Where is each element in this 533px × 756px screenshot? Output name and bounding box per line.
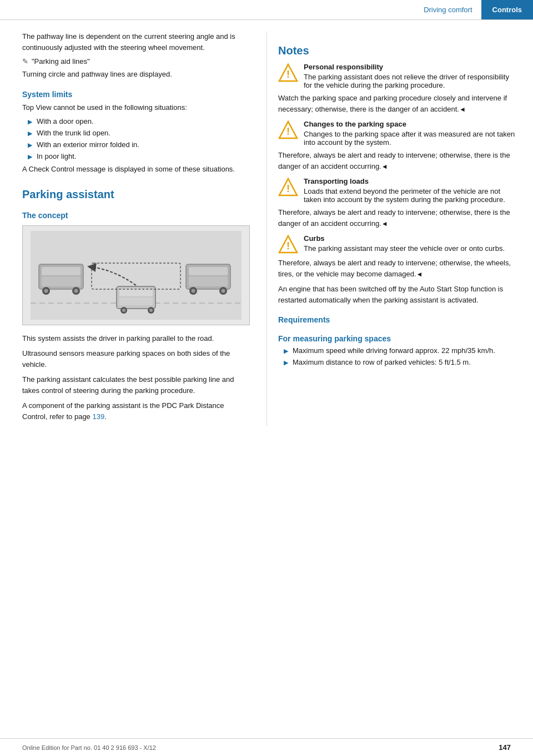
bullet-arrow-icon: ▶ <box>284 359 288 366</box>
header-driving-comfort: Driving comfort <box>415 6 481 14</box>
warning-parking-space-changes: ! Changes to the parking space Changes t… <box>278 120 516 147</box>
warning-extra-1: Therefore, always be alert and ready to … <box>278 150 516 172</box>
svg-text:!: ! <box>286 126 290 137</box>
list-item: ▶ In poor light. <box>22 152 250 160</box>
svg-rect-4 <box>42 276 81 286</box>
warning-triangle-icon-4: ! <box>278 234 298 254</box>
warning-extra-0: Watch the parking space and parking proc… <box>278 93 516 114</box>
warning-content-2: Changes to the parking space Changes to … <box>304 120 516 147</box>
pdc-prefix: A component of the parking assistant is … <box>22 401 224 421</box>
end-marker-3: ◄ <box>416 270 423 278</box>
bullet-arrow-icon: ▶ <box>28 130 32 137</box>
pdc-suffix: . <box>104 412 107 421</box>
warning-transporting-loads: ! Transporting loads Loads that extend b… <box>278 177 516 204</box>
bullet-text: With an exterior mirror folded in. <box>37 140 139 149</box>
end-marker-2: ◄ <box>381 220 388 228</box>
the-concept-heading: The concept <box>22 211 250 220</box>
warning-triangle-icon-2: ! <box>278 120 298 140</box>
footer-text: Online Edition for Part no. 01 40 2 916 … <box>22 744 156 751</box>
list-item: ▶ Maximum speed while driving forward ap… <box>278 346 516 355</box>
menu-item-line: ✎ "Parking aid lines" <box>22 57 250 65</box>
turning-circle-text: Turning circle and pathway lines are dis… <box>22 69 250 80</box>
list-item: ▶ With an exterior mirror folded in. <box>22 140 250 149</box>
page-number: 147 <box>499 743 511 752</box>
warning-body: The parking assistant does not relieve t… <box>304 73 509 89</box>
svg-rect-11 <box>189 276 228 286</box>
warning-triangle-icon-3: ! <box>278 177 298 197</box>
warning-title: Personal responsibility <box>304 63 516 71</box>
warning-body-3: Loads that extend beyond the perimeter o… <box>304 187 505 204</box>
header-controls: Controls <box>481 0 533 19</box>
check-control-msg: A Check Control message is displayed in … <box>22 164 250 175</box>
measuring-bullet-list: ▶ Maximum speed while driving forward ap… <box>278 346 516 366</box>
for-measuring-heading: For measuring parking spaces <box>278 334 516 343</box>
svg-point-20 <box>122 309 125 312</box>
requirements-heading: Requirements <box>278 315 516 324</box>
list-item: ▶ Maximum distance to row of parked vehi… <box>278 358 516 366</box>
bullet-text: With the trunk lid open. <box>37 129 110 137</box>
svg-text:!: ! <box>286 240 290 251</box>
warning-title-4: Curbs <box>304 234 505 243</box>
pdc-link[interactable]: 139 <box>92 412 104 421</box>
parking-assistant-image <box>22 225 250 325</box>
warning-personal-responsibility: ! Personal responsibility The parking as… <box>278 63 516 89</box>
right-column: Notes ! Personal responsibility The park… <box>266 31 533 426</box>
end-marker-0: ◄ <box>459 105 466 113</box>
warning-body-4: The parking assistant may steer the vehi… <box>304 244 505 253</box>
system-assists-text: This system assists the driver in parkin… <box>22 333 250 344</box>
list-item: ▶ With a door open. <box>22 117 250 125</box>
system-limits-heading: System limits <box>22 90 250 99</box>
bullet-arrow-icon: ▶ <box>28 142 32 149</box>
pdc-component-text: A component of the parking assistant is … <box>22 400 250 422</box>
bullet-list: ▶ With a door open. ▶ With the trunk lid… <box>22 117 250 160</box>
parking-assistant-heading: Parking assistant <box>22 188 250 201</box>
bullet-arrow-icon: ▶ <box>28 118 32 125</box>
svg-point-22 <box>149 309 153 312</box>
ultrasound-text: Ultrasound sensors measure parking space… <box>22 348 250 370</box>
page-footer: Online Edition for Part no. 01 40 2 916 … <box>0 738 533 756</box>
svg-point-6 <box>44 289 48 293</box>
svg-rect-17 <box>119 289 153 296</box>
bullet-arrow-icon: ▶ <box>28 153 32 160</box>
warning-curbs: ! Curbs The parking assistant may steer … <box>278 234 516 254</box>
list-item: ▶ With the trunk lid open. <box>22 129 250 137</box>
warning-content-3: Transporting loads Loads that extend bey… <box>304 177 516 204</box>
svg-text:!: ! <box>286 69 290 80</box>
warning-title-2: Changes to the parking space <box>304 120 516 128</box>
warning-extra-3: Therefore, always be alert and ready to … <box>278 258 516 279</box>
bullet-text: Maximum speed while driving forward appr… <box>293 346 495 355</box>
warning-content: Personal responsibility The parking assi… <box>304 63 516 89</box>
svg-rect-10 <box>189 267 228 275</box>
warning-title-3: Transporting loads <box>304 177 516 185</box>
calculates-text: The parking assistant calculates the bes… <box>22 374 250 396</box>
svg-point-15 <box>222 289 225 293</box>
notes-heading: Notes <box>278 44 516 57</box>
svg-text:!: ! <box>286 183 290 194</box>
svg-point-8 <box>74 289 78 293</box>
menu-item-label: "Parking aid lines" <box>32 57 90 65</box>
system-limits-intro: Top View cannot be used in the following… <box>22 102 250 113</box>
engine-text: An engine that has been switched off by … <box>278 284 516 305</box>
end-marker-1: ◄ <box>381 163 388 170</box>
warning-triangle-icon: ! <box>278 63 298 83</box>
svg-rect-18 <box>119 298 153 305</box>
bullet-text: In poor light. <box>37 152 77 160</box>
warning-extra-2: Therefore, always be alert and ready to … <box>278 207 516 229</box>
left-column: The pathway line is dependent on the cur… <box>0 31 266 426</box>
svg-rect-3 <box>42 267 81 275</box>
bullet-text: Maximum distance to row of parked vehicl… <box>293 358 471 366</box>
page-header: Driving comfort Controls <box>0 0 533 20</box>
svg-point-13 <box>192 289 195 293</box>
main-content: The pathway line is dependent on the cur… <box>0 20 533 437</box>
warning-body-2: Changes to the parking space after it wa… <box>304 130 515 147</box>
bullet-text: With a door open. <box>37 117 94 125</box>
bullet-arrow-icon: ▶ <box>284 347 288 355</box>
parking-diagram-svg <box>31 231 242 320</box>
intro-text: The pathway line is dependent on the cur… <box>22 31 250 53</box>
warning-content-4: Curbs The parking assistant may steer th… <box>304 234 505 253</box>
menu-icon: ✎ <box>22 57 28 65</box>
